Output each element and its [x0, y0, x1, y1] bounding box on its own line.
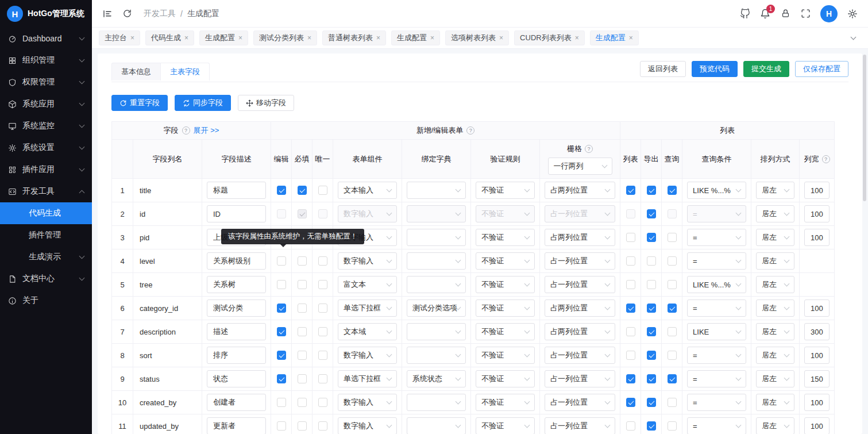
required-checkbox[interactable]: [298, 304, 307, 313]
unique-checkbox[interactable]: [318, 327, 327, 336]
page-tab[interactable]: CUDR列表列表 ×: [514, 30, 585, 45]
export-checkbox[interactable]: [647, 304, 656, 313]
query-cond-select[interactable]: =: [687, 347, 746, 364]
query-cond-select[interactable]: LIKE: [687, 323, 746, 340]
page-tab[interactable]: 测试分类列表 ×: [253, 30, 317, 45]
grid-select[interactable]: 占一列位置: [545, 370, 615, 387]
rule-select[interactable]: 不验证: [476, 205, 535, 222]
unique-checkbox[interactable]: [318, 186, 327, 195]
sync-fields-button[interactable]: 同步字段: [175, 95, 231, 111]
field-desc-input[interactable]: [207, 252, 266, 270]
query-cond-select[interactable]: =: [687, 229, 746, 246]
edit-checkbox[interactable]: [277, 280, 286, 289]
close-icon[interactable]: ×: [307, 34, 311, 41]
grid-select[interactable]: 占一列位置: [545, 252, 615, 270]
component-select[interactable]: 数字输入: [338, 394, 397, 411]
query-cond-select[interactable]: =: [687, 299, 746, 317]
field-desc-input[interactable]: [207, 417, 266, 434]
dict-select[interactable]: 系统状态: [407, 370, 466, 387]
unique-checkbox[interactable]: [318, 351, 327, 360]
move-fields-button[interactable]: 移动字段: [238, 95, 294, 111]
field-desc-input[interactable]: [207, 182, 266, 199]
edit-checkbox[interactable]: [277, 186, 286, 195]
align-select[interactable]: 居左: [756, 205, 794, 222]
component-select[interactable]: 富文本: [338, 276, 397, 293]
query-checkbox[interactable]: [668, 351, 677, 360]
sidebar-item-code-generation[interactable]: 代码生成: [0, 202, 92, 224]
fullscreen-icon[interactable]: [800, 9, 811, 19]
edit-checkbox[interactable]: [277, 374, 286, 383]
grid-layout-select[interactable]: 一行两列: [548, 158, 612, 175]
component-select[interactable]: 文本输入: [338, 182, 397, 199]
dict-select[interactable]: [407, 276, 466, 293]
vertical-scrollbar[interactable]: [863, 55, 866, 201]
align-select[interactable]: 居左: [756, 347, 794, 364]
query-cond-select[interactable]: =: [687, 417, 746, 434]
component-select[interactable]: 数字输入: [338, 347, 397, 364]
edit-checkbox[interactable]: [277, 351, 286, 360]
grid-select[interactable]: 占一列位置: [545, 417, 615, 434]
rule-select[interactable]: 不验证: [476, 299, 535, 317]
required-checkbox[interactable]: [298, 280, 307, 289]
list-checkbox[interactable]: [626, 327, 635, 336]
list-checkbox[interactable]: [626, 421, 635, 431]
width-input[interactable]: [804, 205, 830, 222]
rule-select[interactable]: 不验证: [476, 252, 535, 270]
expand-link[interactable]: 展开 >>: [194, 125, 219, 136]
grid-select[interactable]: 占两列位置: [545, 299, 615, 317]
align-select[interactable]: 居左: [756, 323, 794, 340]
page-tab[interactable]: 选项树表列表 ×: [445, 30, 509, 45]
sidebar-item-docs-center[interactable]: 文档中心: [0, 268, 92, 290]
sidebar-item-plugin-management[interactable]: 插件管理: [0, 224, 92, 246]
align-select[interactable]: 居左: [756, 252, 794, 270]
required-checkbox[interactable]: [298, 256, 307, 266]
list-checkbox[interactable]: [626, 304, 635, 313]
reset-fields-button[interactable]: 重置字段: [111, 95, 168, 111]
dict-select[interactable]: 测试分类选项: [407, 299, 466, 317]
query-checkbox[interactable]: [668, 374, 677, 383]
query-checkbox[interactable]: [668, 280, 677, 289]
export-checkbox[interactable]: [647, 327, 656, 336]
width-input[interactable]: [804, 323, 830, 340]
export-checkbox[interactable]: [647, 233, 656, 242]
page-tab[interactable]: 生成配置 ×: [391, 30, 440, 45]
export-checkbox[interactable]: [647, 421, 656, 431]
sidebar-item-organization[interactable]: 组织管理: [0, 49, 92, 71]
rule-select[interactable]: 不验证: [476, 417, 535, 434]
rule-select[interactable]: 不验证: [476, 276, 535, 293]
field-desc-input[interactable]: [207, 323, 266, 340]
dict-select[interactable]: [407, 182, 466, 199]
unique-checkbox[interactable]: [318, 374, 327, 383]
query-cond-select[interactable]: =: [687, 205, 746, 222]
refresh-icon[interactable]: [122, 9, 132, 19]
sidebar-item-dashboard[interactable]: Dashboard: [0, 28, 92, 49]
width-input[interactable]: [804, 229, 830, 246]
save-config-only-button[interactable]: 仅保存配置: [795, 61, 848, 77]
list-checkbox[interactable]: [626, 374, 635, 383]
export-checkbox[interactable]: [647, 351, 656, 360]
github-icon[interactable]: [740, 9, 750, 19]
page-tab[interactable]: 生成配置 ×: [199, 30, 248, 45]
grid-select[interactable]: 占两列位置: [545, 229, 615, 246]
back-to-list-button[interactable]: 返回列表: [640, 61, 686, 77]
rule-select[interactable]: 不验证: [476, 323, 535, 340]
query-cond-select[interactable]: LIKE %...%: [687, 276, 746, 293]
user-avatar[interactable]: H: [820, 5, 838, 22]
dict-select[interactable]: [407, 229, 466, 246]
dict-select[interactable]: [407, 417, 466, 434]
edit-checkbox[interactable]: [277, 398, 286, 407]
grid-select[interactable]: 占两列位置: [545, 323, 615, 340]
rule-select[interactable]: 不验证: [476, 229, 535, 246]
breadcrumb-section[interactable]: 开发工具: [144, 9, 176, 19]
sidebar-item-dev-tools[interactable]: 开发工具: [0, 180, 92, 202]
dict-select[interactable]: [407, 205, 466, 222]
dict-select[interactable]: [407, 252, 466, 270]
close-icon[interactable]: ×: [376, 34, 380, 41]
close-icon[interactable]: ×: [238, 34, 242, 41]
grid-select[interactable]: 占一列位置: [545, 205, 615, 222]
config-tab[interactable]: 基本信息: [111, 63, 161, 80]
config-tab[interactable]: 主表字段: [161, 63, 210, 80]
align-select[interactable]: 居左: [756, 229, 794, 246]
rule-select[interactable]: 不验证: [476, 394, 535, 411]
close-icon[interactable]: ×: [499, 34, 503, 41]
